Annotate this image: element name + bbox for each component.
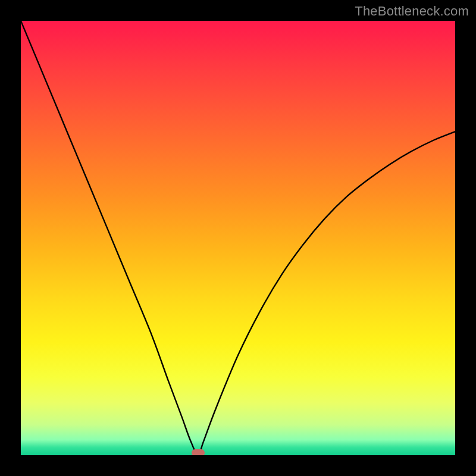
plot-area — [21, 21, 455, 455]
watermark-text: TheBottleneck.com — [355, 4, 469, 19]
chart-frame: TheBottleneck.com — [0, 0, 476, 476]
bottleneck-curve — [21, 21, 455, 455]
min-point-marker — [192, 449, 205, 455]
